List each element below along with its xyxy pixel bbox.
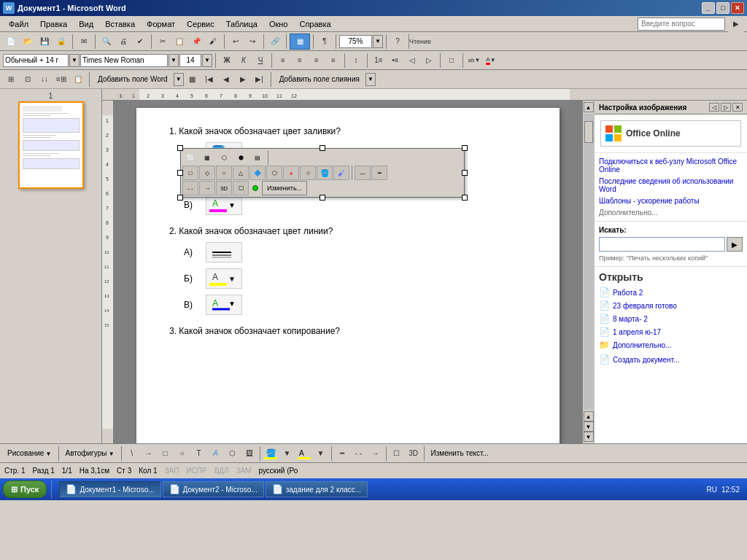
align-left-button[interactable]: ≡ (275, 52, 291, 69)
scroll-thumb[interactable] (584, 121, 593, 143)
line-spacing-button[interactable]: ↕ (348, 52, 364, 69)
add-field-dropdown[interactable]: ▼ (174, 73, 184, 86)
minimize-button[interactable]: _ (702, 2, 715, 14)
underline-button[interactable]: Ч (252, 52, 268, 69)
close-button[interactable]: ✕ (731, 2, 744, 14)
add-merge-button[interactable]: Добавить поле слияния (274, 73, 365, 85)
img-shape6[interactable]: ⬡ (266, 166, 282, 180)
panel-search-input[interactable] (599, 237, 725, 252)
doc-scrollbar[interactable]: ▲ ▲ ▼ ▼ (582, 101, 594, 443)
panel-other-button[interactable]: ◁ (709, 103, 719, 112)
mm-nav-last[interactable]: ▶| (252, 71, 268, 88)
scroll-pageup-button[interactable]: ▲ (584, 411, 594, 421)
bt-3d-btn[interactable]: 3D (406, 446, 422, 462)
menu-tools[interactable]: Сервис (181, 18, 220, 30)
sel-handle-tr[interactable] (462, 145, 468, 151)
help-search-input[interactable] (638, 18, 725, 31)
print-preview-button[interactable]: 🔍 (98, 34, 115, 50)
adjust-button[interactable]: Изменить... (262, 181, 307, 195)
autoshapes-button[interactable]: Автофигуры (61, 447, 119, 459)
img-linecolor[interactable]: — (355, 166, 371, 180)
sel-handle-tl[interactable] (177, 145, 183, 151)
create-doc-label[interactable]: Создать документ... (613, 356, 679, 364)
add-merge-dropdown[interactable]: ▼ (365, 73, 376, 86)
image-toolbar[interactable]: ⬜ ▦ ⬡ ⬢ ▤ □ ◇ ○ (180, 148, 465, 198)
mm-btn4[interactable]: ≡⊞ (53, 71, 69, 88)
bt-fillcolor-dropdown[interactable]: ▼ (279, 446, 295, 462)
folder-more-link[interactable]: Дополнительно... (613, 341, 671, 349)
undo-button[interactable]: ↩ (228, 34, 244, 50)
font-dropdown[interactable]: ▼ (169, 54, 179, 67)
img-shape4[interactable]: △ (233, 166, 249, 180)
copy-button[interactable]: 📋 (171, 34, 187, 50)
hyperlink-button[interactable]: 🔗 (267, 34, 283, 50)
panel-expand-button[interactable]: ▷ (721, 103, 731, 112)
formatting-marks-button[interactable]: ¶ (317, 34, 333, 50)
file-name-4[interactable]: 1 апреля ю-17 (613, 328, 661, 336)
link1[interactable]: Подключиться к веб-узлу Microsoft Office… (599, 158, 743, 174)
img-shadow[interactable]: ☐ (233, 181, 249, 195)
align-center-button[interactable]: ≡ (292, 52, 308, 69)
scroll-up-button[interactable]: ▲ (584, 102, 594, 112)
add-field-button[interactable]: Добавить поле Word (93, 73, 173, 85)
file-link-4[interactable]: 📄 1 апреля ю-17 (599, 327, 743, 337)
restore-button[interactable]: □ (716, 2, 729, 14)
taskbar-item-1[interactable]: 📄 Документ1 - Microsо... (59, 481, 160, 497)
redo-button[interactable]: ↪ (244, 34, 260, 50)
bullets-button[interactable]: •≡ (387, 52, 403, 69)
bt-diagram-btn[interactable]: ⬡ (225, 446, 241, 462)
sel-handle-tm[interactable] (320, 145, 325, 151)
img-arrowstyle[interactable]: → (199, 181, 215, 195)
img-bucket[interactable]: 🪣 (317, 166, 333, 180)
paste-button[interactable]: 📌 (188, 34, 204, 50)
link2[interactable]: Последние сведения об использовании Word (599, 177, 743, 193)
bt-oval-btn[interactable]: ○ (174, 446, 190, 462)
rotation-handle[interactable] (252, 185, 258, 191)
mm-nav-prev[interactable]: ◀ (218, 71, 234, 88)
page-thumbnail[interactable] (18, 101, 84, 189)
reading-layout-button[interactable]: Чтение (412, 34, 428, 50)
sel-handle-bl[interactable] (177, 195, 183, 201)
bt-arrowstyle-btn[interactable]: → (368, 446, 384, 462)
font-color-button[interactable]: A▼ (483, 52, 499, 69)
img-3dstyle[interactable]: 3D (216, 181, 232, 195)
increase-indent-button[interactable]: ▷ (421, 52, 437, 69)
file-link-3[interactable]: 📄 8 марта- 2 (599, 314, 743, 324)
help-search-button[interactable]: ▶ (728, 16, 744, 32)
bt-dashstyle-btn[interactable]: - - (351, 446, 367, 462)
italic-button[interactable]: К (236, 52, 252, 69)
zoom-dropdown[interactable]: ▼ (373, 35, 383, 48)
img-tb-btn2[interactable]: ▦ (199, 150, 215, 165)
bt-line-btn[interactable]: \ (124, 446, 140, 462)
file-name-3[interactable]: 8 марта- 2 (613, 315, 648, 323)
file-link-1[interactable]: 📄 Работа 2 (599, 287, 743, 298)
spellcheck-button[interactable]: ✔ (132, 34, 148, 50)
change-text-button[interactable]: Изменить текст... (427, 447, 493, 459)
email-button[interactable]: ✉ (76, 34, 92, 50)
img-paintbucket2[interactable]: 🖌 (333, 166, 349, 180)
open-button[interactable]: 📂 (20, 34, 36, 50)
bt-linecolor-btn[interactable]: A (296, 446, 312, 462)
menu-help[interactable]: Справка (293, 18, 336, 30)
font-box[interactable]: Times New Roman (80, 54, 168, 67)
menu-edit[interactable]: Правка (34, 18, 73, 30)
img-linestyle[interactable]: ━ (371, 166, 387, 180)
menu-view[interactable]: Вид (73, 18, 99, 30)
menu-format[interactable]: Формат (141, 18, 181, 30)
panel-more-link[interactable]: Дополнительно... (599, 209, 743, 217)
menu-table[interactable]: Таблица (220, 18, 263, 30)
img-shape3[interactable]: ○ (216, 166, 232, 180)
size-dropdown[interactable]: ▼ (202, 54, 212, 67)
decrease-indent-button[interactable]: ◁ (404, 52, 420, 69)
outside-border-button[interactable]: □ (444, 52, 460, 69)
bt-shadow-btn[interactable]: ☐ (389, 446, 405, 462)
mm-btn2[interactable]: ⊡ (20, 71, 36, 88)
img-shape7[interactable]: 🔺 (283, 166, 299, 180)
img-shape2[interactable]: ◇ (199, 166, 215, 180)
document-scroll-area[interactable]: ⬜ ▦ ⬡ ⬢ ▤ □ ◇ ○ (114, 101, 582, 443)
menu-window[interactable]: Окно (263, 18, 294, 30)
file-link-2[interactable]: 📄 23 февраля готово (599, 300, 743, 311)
link3[interactable]: Шаблоны - ускорение работы (599, 197, 743, 205)
format-painter-button[interactable]: 🖌 (205, 34, 221, 50)
sel-handle-ml[interactable] (177, 170, 183, 176)
